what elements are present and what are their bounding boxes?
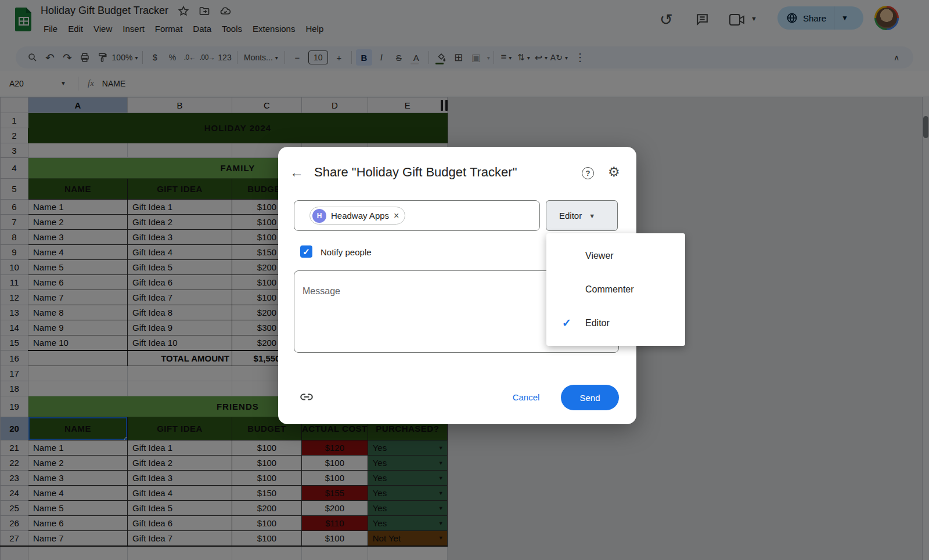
cancel-button[interactable]: Cancel — [494, 389, 558, 406]
role-dropdown-menu: ViewerCommenter✓Editor — [546, 233, 685, 346]
role-menu-item-viewer[interactable]: Viewer — [546, 239, 685, 273]
recipient-chip[interactable]: H Headway Apps × — [309, 207, 405, 225]
settings-gear-icon[interactable]: ⚙ — [608, 164, 620, 180]
back-arrow-icon[interactable]: ← — [290, 164, 304, 180]
recipients-input[interactable]: H Headway Apps × — [294, 200, 540, 231]
send-button[interactable]: Send — [561, 385, 619, 410]
selected-check-icon: ✓ — [562, 316, 571, 330]
role-caret-icon: ▼ — [589, 212, 595, 219]
remove-recipient-icon[interactable]: × — [394, 211, 399, 221]
role-menu-item-commenter[interactable]: Commenter — [546, 273, 685, 306]
help-icon[interactable]: ? — [582, 167, 594, 179]
role-selector-button[interactable]: Editor ▼ — [546, 200, 618, 231]
share-dialog-title: Share "Holiday Gift Budget Tracker" — [314, 165, 517, 180]
role-menu-item-label: Viewer — [585, 251, 614, 261]
recipient-name: Headway Apps — [331, 211, 389, 221]
notify-people-checkbox[interactable]: ✓ — [300, 245, 312, 258]
copy-link-icon[interactable] — [299, 389, 314, 404]
role-menu-item-label: Commenter — [585, 284, 634, 295]
role-selector-value: Editor — [559, 211, 582, 221]
role-menu-item-label: Editor — [585, 318, 610, 328]
recipient-avatar: H — [312, 209, 326, 223]
notify-people-label: Notify people — [321, 247, 372, 257]
role-menu-item-editor[interactable]: ✓Editor — [546, 306, 685, 340]
